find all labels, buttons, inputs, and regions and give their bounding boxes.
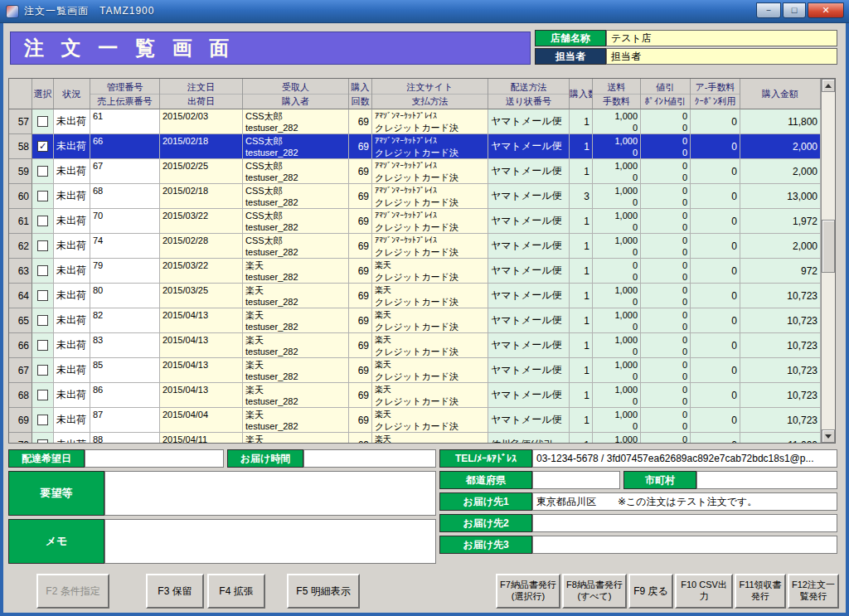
fkey-f12-order-list-print[interactable]: F12注文一覧発行	[788, 574, 839, 609]
table-row[interactable]: 57未出荷612015/02/03CSS太郎testuser_28269ｱﾏｿﾞ…	[9, 109, 822, 134]
select-cell[interactable]	[32, 184, 54, 209]
row-checkbox[interactable]	[37, 290, 48, 301]
delivery-date-input[interactable]	[85, 449, 224, 468]
cell-text: 88	[93, 434, 157, 443]
cell-text: クレジットカード決	[375, 321, 485, 332]
fkey-f3-hold[interactable]: F3 保留	[146, 574, 204, 609]
table-row[interactable]: 58✓未出荷662015/02/18CSS太郎testuser_28269ｱﾏｿ…	[9, 134, 822, 159]
select-cell[interactable]	[32, 209, 54, 234]
select-cell[interactable]	[32, 333, 54, 358]
table-row[interactable]: 66未出荷832015/04/13楽天testuser_28269楽天クレジット…	[9, 333, 822, 358]
cell-text: ｱﾏｿﾞﾝﾏｰｹｯﾄﾌﾟﾚｲｽ	[375, 185, 485, 196]
row-checkbox[interactable]	[37, 216, 48, 226]
cell-discount: 00	[641, 383, 691, 408]
table-row[interactable]: 68未出荷862015/04/13楽天testuser_28269楽天クレジット…	[9, 383, 822, 408]
arrow-down-icon	[825, 434, 832, 439]
table-row[interactable]: 67未出荷852015/04/13楽天testuser_28269楽天クレジット…	[9, 358, 822, 383]
row-number: 65	[9, 308, 32, 333]
close-button[interactable]: ✕	[808, 2, 844, 18]
select-cell[interactable]	[32, 433, 54, 443]
tel-mail-value[interactable]: 03-1234-5678 / 3fd07457ea62689ac892e7cab…	[532, 449, 837, 468]
fkey-f9-back[interactable]: F9 戻る	[628, 574, 673, 609]
row-checkbox[interactable]	[37, 240, 48, 251]
table-row[interactable]: 62未出荷742015/02/28CSS太郎testuser_28269ｱﾏｿﾞ…	[9, 234, 822, 259]
table-row[interactable]: 61未出荷702015/03/22CSS太郎testuser_28269ｱﾏｿﾞ…	[9, 209, 822, 234]
cell-purchase-times: 69	[349, 408, 372, 433]
cell-text: ヤマトメール便	[491, 365, 561, 376]
cell-text	[163, 246, 240, 257]
cell-text: 1,972	[793, 216, 817, 227]
cell-recipient: 楽天testuser_282	[243, 308, 349, 333]
fkey-f5-detail[interactable]: F5 明細表示	[287, 574, 360, 609]
scroll-up-button[interactable]	[822, 79, 835, 92]
header-shipping-method: 配送方法送り状番号	[488, 79, 570, 109]
table-row[interactable]: 64未出荷802015/03/25楽天testuser_28269楽天クレジット…	[9, 284, 822, 308]
select-cell[interactable]	[32, 383, 54, 408]
cell-discount: 00	[641, 259, 691, 284]
cell-text: 61	[93, 110, 157, 122]
select-cell[interactable]	[32, 109, 54, 134]
delivery-time-input[interactable]	[303, 449, 436, 468]
select-cell[interactable]	[32, 408, 54, 433]
cell-text: 2015/02/18	[163, 185, 240, 196]
select-cell[interactable]: ✓	[32, 134, 54, 159]
cell-text: 10,723	[787, 390, 817, 401]
select-cell[interactable]	[32, 308, 54, 333]
row-checkbox[interactable]	[37, 191, 48, 201]
row-checkbox[interactable]	[37, 166, 48, 177]
row-checkbox[interactable]: ✓	[37, 141, 48, 152]
request-input[interactable]	[104, 471, 436, 516]
table-row[interactable]: 60未出荷682015/02/18CSS太郎testuser_28269ｱﾏｿﾞ…	[9, 184, 822, 209]
row-checkbox[interactable]	[37, 340, 48, 351]
cell-text: 2015/02/25	[163, 160, 240, 172]
scroll-down-button[interactable]	[822, 429, 835, 443]
title-bar[interactable]: 注文一覧画面 TAMZ1900 － □ ✕	[0, 0, 849, 23]
cell-text: 0	[731, 166, 737, 177]
fkey-f10-csv-export[interactable]: F10 CSV出力	[675, 574, 733, 609]
cell-discount: 00	[641, 184, 691, 209]
table-row[interactable]: 65未出荷822015/04/13楽天testuser_28269楽天クレジット…	[9, 308, 822, 333]
row-checkbox[interactable]	[37, 365, 48, 376]
select-cell[interactable]	[32, 234, 54, 259]
table-row[interactable]: 70未出荷882015/04/11楽天testuser_28269楽天クレジット…	[9, 433, 822, 443]
cell-text: 楽天	[375, 384, 485, 395]
city-input[interactable]	[696, 471, 837, 489]
address1-value[interactable]: 東京都品川区 ※この注文はテスト注文です。	[532, 492, 837, 511]
row-checkbox[interactable]	[37, 116, 48, 127]
row-checkbox[interactable]	[37, 390, 48, 400]
memo-input[interactable]	[104, 519, 436, 564]
vertical-scrollbar[interactable]	[821, 79, 835, 443]
table-row[interactable]: 63未出荷792015/03/22楽天testuser_28269楽天クレジット…	[9, 259, 822, 284]
row-checkbox[interactable]	[37, 415, 48, 425]
cell-text: 69	[358, 141, 369, 153]
row-checkbox[interactable]	[37, 265, 48, 276]
address2-input[interactable]	[532, 514, 837, 532]
select-cell[interactable]	[32, 159, 54, 184]
select-cell[interactable]	[32, 259, 54, 284]
fkey-f7-delivery-note-selected[interactable]: F7納品書発行(選択行)	[496, 574, 560, 609]
cell-text: 0	[643, 284, 687, 296]
address3-input[interactable]	[532, 536, 837, 554]
row-checkbox[interactable]	[37, 315, 48, 326]
fkey-f8-delivery-note-all[interactable]: F8納品書発行(すべて)	[562, 574, 627, 609]
scroll-thumb[interactable]	[822, 220, 835, 273]
cell-text	[163, 196, 240, 207]
cell-text: 57	[18, 116, 29, 128]
fkey-f4-expand[interactable]: F4 拡張	[207, 574, 265, 609]
cell-text: 2015/03/25	[163, 284, 240, 296]
cell-text: 0	[643, 395, 687, 407]
prefecture-input[interactable]	[532, 471, 620, 489]
cell-status: 未出荷	[54, 284, 90, 308]
table-row[interactable]: 69未出荷872015/04/04楽天testuser_28269楽天クレジット…	[9, 408, 822, 433]
cell-other-fee: 0	[691, 234, 740, 259]
select-cell[interactable]	[32, 358, 54, 383]
select-cell[interactable]	[32, 284, 54, 308]
fkey-f11-receipt[interactable]: F11領収書発行	[735, 574, 786, 609]
minimize-button[interactable]: －	[756, 2, 781, 18]
row-number: 69	[9, 408, 32, 433]
cell-mgmt-no: 85	[90, 358, 160, 383]
row-checkbox[interactable]	[37, 439, 48, 443]
maximize-button[interactable]: □	[783, 2, 806, 18]
cell-text: 10,723	[787, 340, 817, 352]
table-row[interactable]: 59未出荷672015/02/25CSS太郎testuser_28269ｱﾏｿﾞ…	[9, 159, 822, 184]
